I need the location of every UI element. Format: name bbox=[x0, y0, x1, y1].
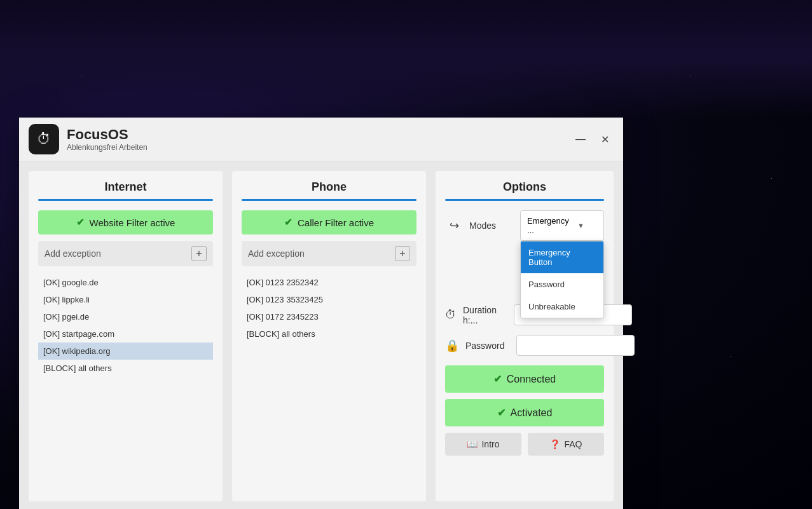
main-window: ⏱ FocusOS Ablenkungsfrei Arbeiten — ✕ In… bbox=[19, 118, 623, 509]
app-logo-icon: ⏱ bbox=[37, 131, 51, 147]
internet-panel-divider bbox=[38, 199, 213, 201]
duration-label: Duration h:... bbox=[463, 305, 507, 325]
options-panel: Options ↪ Modes Emergency ... ▼ Emergenc… bbox=[436, 171, 614, 501]
activated-label: Activated bbox=[511, 407, 553, 419]
faq-label: FAQ bbox=[564, 439, 582, 449]
intro-label: Intro bbox=[481, 439, 499, 449]
caller-filter-checkmark: ✔ bbox=[284, 217, 292, 228]
website-filter-checkmark: ✔ bbox=[76, 217, 85, 228]
internet-add-exception-text: Add exception bbox=[45, 248, 101, 259]
app-name: FocusOS bbox=[67, 126, 148, 143]
titlebar-left: ⏱ FocusOS Ablenkungsfrei Arbeiten bbox=[29, 124, 148, 154]
internet-list-item[interactable]: [OK] wikipedia.org bbox=[38, 343, 213, 360]
caller-filter-active-button[interactable]: ✔ Caller Filter active bbox=[242, 210, 416, 234]
connected-label: Connected bbox=[507, 374, 556, 385]
modes-label: Modes bbox=[469, 221, 514, 231]
phone-panel: Phone ✔ Caller Filter active Add excepti… bbox=[232, 171, 426, 501]
internet-add-exception-button[interactable]: + bbox=[191, 246, 207, 261]
intro-icon: 📖 bbox=[467, 439, 478, 449]
titlebar-controls: — ✕ bbox=[572, 130, 614, 148]
phone-add-exception-row: Add exception + bbox=[242, 241, 416, 266]
modes-dropdown[interactable]: Emergency ... ▼ bbox=[520, 210, 604, 241]
activated-checkmark: ✔ bbox=[497, 407, 506, 419]
internet-list-item[interactable]: [BLOCK] all others bbox=[38, 360, 213, 377]
modes-dropdown-arrow: ▼ bbox=[577, 222, 584, 229]
modes-row: ↪ Modes Emergency ... ▼ Emergency Button… bbox=[445, 210, 604, 241]
internet-list: [OK] google.de[OK] lippke.li[OK] pgei.de… bbox=[38, 274, 213, 377]
app-logo: ⏱ bbox=[29, 124, 59, 154]
phone-panel-divider bbox=[242, 199, 416, 201]
password-icon: 🔒 bbox=[445, 337, 459, 355]
duration-icon: ⏱ bbox=[445, 306, 457, 324]
internet-add-exception-row: Add exception + bbox=[38, 241, 213, 266]
caller-filter-label: Caller Filter active bbox=[298, 217, 374, 228]
internet-panel-title: Internet bbox=[38, 180, 213, 194]
internet-list-item[interactable]: [OK] pgei.de bbox=[38, 308, 213, 325]
intro-button[interactable]: 📖 Intro bbox=[445, 433, 521, 456]
internet-list-item[interactable]: [OK] startpage.com bbox=[38, 325, 213, 343]
phone-list-item[interactable]: [BLOCK] all others bbox=[242, 325, 416, 343]
faq-button[interactable]: ❓ FAQ bbox=[528, 433, 604, 456]
phone-add-exception-text: Add exception bbox=[248, 248, 305, 259]
phone-list-item[interactable]: [OK] 0123 2352342 bbox=[242, 274, 416, 291]
option-unbreakable[interactable]: Unbreakable bbox=[521, 295, 603, 318]
bottom-buttons: 📖 Intro ❓ FAQ bbox=[445, 433, 604, 456]
password-label: Password bbox=[465, 341, 510, 351]
faq-icon: ❓ bbox=[549, 439, 560, 449]
internet-panel: Internet ✔ Website Filter active Add exc… bbox=[29, 171, 223, 501]
modes-icon: ↪ bbox=[445, 217, 463, 234]
option-emergency-button[interactable]: Emergency Button bbox=[521, 241, 603, 273]
phone-list: [OK] 0123 2352342[OK] 0123 35323425[OK] … bbox=[242, 274, 416, 343]
phone-add-exception-button[interactable]: + bbox=[395, 246, 410, 261]
connected-button[interactable]: ✔ Connected bbox=[445, 365, 604, 393]
app-subtitle: Ablenkungsfrei Arbeiten bbox=[67, 143, 148, 152]
internet-list-item[interactable]: [OK] lippke.li bbox=[38, 291, 213, 308]
modes-dropdown-menu: Emergency Button Password Unbreakable bbox=[520, 241, 604, 318]
option-password[interactable]: Password bbox=[521, 273, 603, 295]
app-title-block: FocusOS Ablenkungsfrei Arbeiten bbox=[67, 126, 148, 152]
options-panel-title: Options bbox=[445, 180, 604, 194]
website-filter-active-button[interactable]: ✔ Website Filter active bbox=[38, 210, 213, 234]
modes-current-value: Emergency ... bbox=[527, 216, 577, 235]
minimize-button[interactable]: — bbox=[572, 130, 589, 148]
top-area bbox=[0, 0, 812, 118]
close-button[interactable]: ✕ bbox=[596, 130, 614, 148]
website-filter-label: Website Filter active bbox=[90, 217, 175, 228]
password-input[interactable] bbox=[516, 335, 635, 356]
modes-dropdown-wrapper: Emergency ... ▼ Emergency Button Passwor… bbox=[520, 210, 604, 241]
phone-list-item[interactable]: [OK] 0172 2345223 bbox=[242, 308, 416, 325]
password-row: 🔒 Password bbox=[445, 335, 604, 356]
options-panel-divider bbox=[445, 199, 604, 201]
phone-list-item[interactable]: [OK] 0123 35323425 bbox=[242, 291, 416, 308]
content-area: Internet ✔ Website Filter active Add exc… bbox=[19, 161, 623, 509]
internet-list-item[interactable]: [OK] google.de bbox=[38, 274, 213, 291]
connected-checkmark: ✔ bbox=[493, 373, 502, 385]
phone-panel-title: Phone bbox=[242, 180, 416, 194]
activated-button[interactable]: ✔ Activated bbox=[445, 399, 604, 426]
titlebar: ⏱ FocusOS Ablenkungsfrei Arbeiten — ✕ bbox=[19, 118, 623, 161]
